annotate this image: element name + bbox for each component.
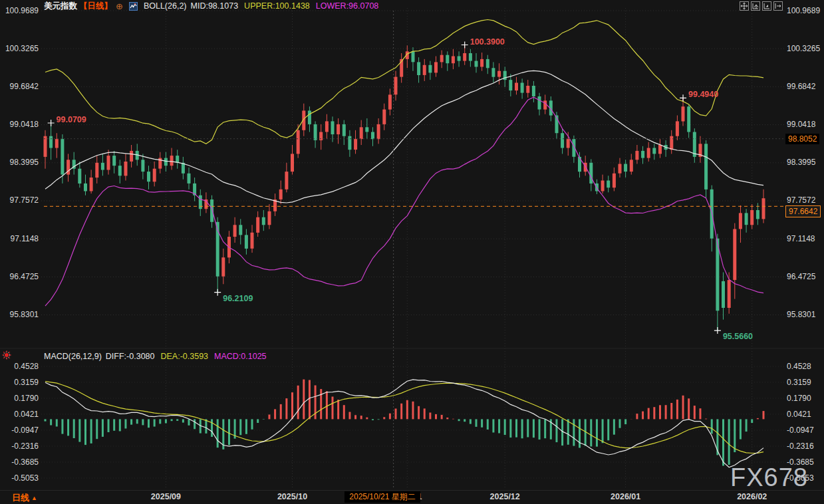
candle-body[interactable] <box>670 136 673 150</box>
mini-chart-icon[interactable] <box>129 2 138 11</box>
candle-body[interactable] <box>176 156 179 163</box>
candle-body[interactable] <box>377 124 380 139</box>
candle-body[interactable] <box>607 181 610 188</box>
indicator-alert-icon[interactable] <box>1 350 12 360</box>
candle-body[interactable] <box>371 132 374 140</box>
candle-body[interactable] <box>90 178 93 191</box>
candle-body[interactable] <box>423 65 426 75</box>
candle-body[interactable] <box>446 55 449 64</box>
candle-body[interactable] <box>428 65 432 73</box>
candle-body[interactable] <box>618 164 622 174</box>
period-selector[interactable]: 日线▲ <box>12 492 37 504</box>
candle-body[interactable] <box>343 124 346 136</box>
candle-body[interactable] <box>147 172 150 182</box>
candle-body[interactable] <box>652 148 656 154</box>
candle-body[interactable] <box>635 151 638 160</box>
candle-body[interactable] <box>348 136 351 150</box>
candle-body[interactable] <box>331 121 335 134</box>
candle-body[interactable] <box>509 80 512 90</box>
candle-body[interactable] <box>613 174 616 188</box>
fit-scale-icon[interactable] <box>751 1 760 11</box>
candle-body[interactable] <box>469 53 472 61</box>
candle-body[interactable] <box>589 163 593 184</box>
candle-body[interactable] <box>130 151 133 162</box>
candle-body[interactable] <box>84 184 87 191</box>
candle-body[interactable] <box>515 83 518 91</box>
candle-body[interactable] <box>268 211 271 225</box>
candle-body[interactable] <box>641 151 644 158</box>
candle-body[interactable] <box>256 217 259 233</box>
circled-plus-icon[interactable]: ⊕ <box>116 1 123 11</box>
candle-body[interactable] <box>49 136 53 148</box>
pan-icon[interactable] <box>740 1 749 11</box>
candle-body[interactable] <box>221 257 225 277</box>
candle-body[interactable] <box>61 139 64 174</box>
candle-body[interactable] <box>78 169 81 184</box>
candle-body[interactable] <box>44 136 47 157</box>
candle-body[interactable] <box>95 163 98 178</box>
candle-body[interactable] <box>285 172 288 189</box>
candle-body[interactable] <box>750 210 754 225</box>
candle-body[interactable] <box>538 96 541 110</box>
candle-body[interactable] <box>337 124 340 134</box>
candle-body[interactable] <box>486 59 489 68</box>
candle-body[interactable] <box>308 110 311 124</box>
candle-body[interactable] <box>354 139 357 150</box>
candle-body[interactable] <box>55 139 59 148</box>
candle-body[interactable] <box>101 163 104 170</box>
candle-body[interactable] <box>141 160 144 172</box>
candle-body[interactable] <box>526 86 529 93</box>
candle-body[interactable] <box>475 61 478 67</box>
candle-body[interactable] <box>164 158 168 166</box>
boll-label[interactable]: BOLL(26,2) <box>144 1 187 11</box>
candle-body[interactable] <box>452 57 455 64</box>
candle-body[interactable] <box>497 71 501 77</box>
candle-body[interactable] <box>314 124 317 140</box>
candle-body[interactable] <box>210 199 213 222</box>
candle-body[interactable] <box>756 210 759 219</box>
candle-body[interactable] <box>532 86 535 96</box>
candle-body[interactable] <box>382 110 386 124</box>
candle-body[interactable] <box>412 51 415 62</box>
candle-body[interactable] <box>170 156 174 166</box>
candle-body[interactable] <box>647 148 650 158</box>
price-pane[interactable] <box>44 20 765 331</box>
candle-body[interactable] <box>279 189 283 199</box>
candle-body[interactable] <box>388 94 392 109</box>
candle-body[interactable] <box>561 133 564 148</box>
candle-body[interactable] <box>239 225 242 235</box>
candle-body[interactable] <box>491 68 495 76</box>
candle-body[interactable] <box>463 53 466 61</box>
candle-body[interactable] <box>480 59 483 67</box>
candle-body[interactable] <box>704 144 708 189</box>
candle-body[interactable] <box>728 280 731 308</box>
candle-body[interactable] <box>262 217 265 225</box>
candle-body[interactable] <box>676 121 679 136</box>
candle-body[interactable] <box>153 169 156 182</box>
candle-body[interactable] <box>624 164 627 172</box>
candle-body[interactable] <box>434 62 438 72</box>
candle-body[interactable] <box>325 121 329 132</box>
candle-body[interactable] <box>687 106 690 132</box>
macd-pane[interactable] <box>45 380 763 467</box>
candle-body[interactable] <box>394 77 398 95</box>
candle-body[interactable] <box>745 213 748 225</box>
candle-body[interactable] <box>360 127 363 139</box>
candle-body[interactable] <box>722 281 725 308</box>
macd-name-label[interactable]: MACD(26,12,9) <box>44 352 102 361</box>
candlestick-chart[interactable]: 99.070996.2109100.390099.494095.5660 <box>0 0 824 504</box>
candle-body[interactable] <box>233 225 237 237</box>
candle-body[interactable] <box>739 213 742 229</box>
candle-body[interactable] <box>658 145 662 154</box>
candle-body[interactable] <box>762 198 765 219</box>
candle-body[interactable] <box>245 235 248 249</box>
candle-body[interactable] <box>107 156 110 170</box>
candle-body[interactable] <box>630 160 633 172</box>
candle-body[interactable] <box>297 130 300 154</box>
candle-body[interactable] <box>112 156 116 166</box>
candle-body[interactable] <box>440 55 444 63</box>
candle-body[interactable] <box>458 57 461 61</box>
candle-body[interactable] <box>601 181 605 191</box>
candle-body[interactable] <box>417 62 420 75</box>
candle-body[interactable] <box>521 83 524 93</box>
